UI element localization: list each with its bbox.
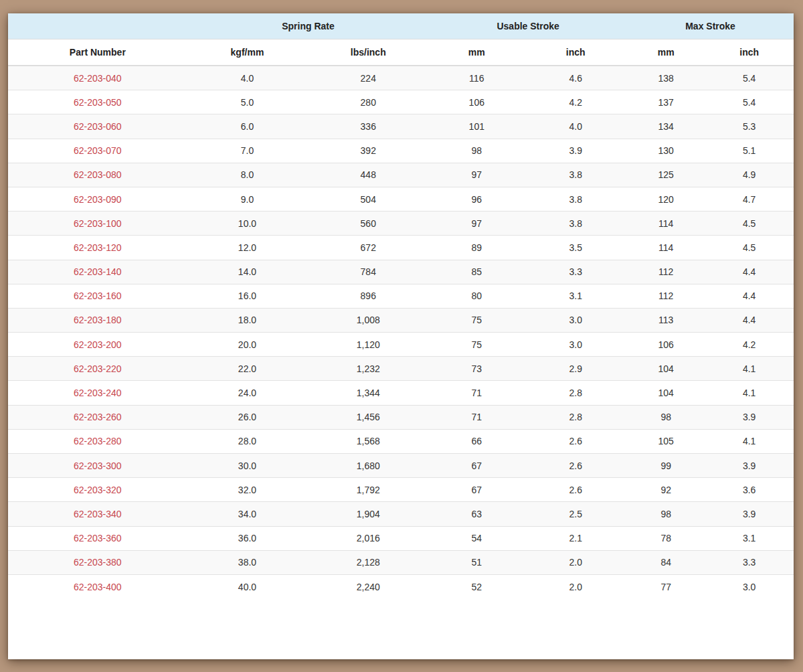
max-stroke-mm-cell: 104	[627, 381, 705, 405]
usable-stroke-mm-cell: 52	[429, 574, 524, 598]
part-number-cell: 62-203-070	[8, 139, 187, 163]
max-stroke-inch-cell: 3.9	[705, 502, 794, 526]
part-number-cell: 62-203-100	[8, 212, 187, 236]
usable-stroke-inch-cell: 3.9	[524, 139, 627, 163]
part-number-link[interactable]: 62-203-360	[74, 533, 122, 543]
part-number-link[interactable]: 62-203-200	[74, 339, 122, 350]
table-row: 62-203-24024.01,344712.81044.1	[8, 381, 794, 405]
usable-stroke-inch-cell: 3.5	[524, 236, 627, 260]
table-row: 62-203-22022.01,232732.91044.1	[8, 357, 794, 381]
part-number-link[interactable]: 62-203-240	[74, 388, 122, 398]
max-stroke-inch-cell: 5.4	[705, 66, 794, 90]
usable-stroke-mm-cell: 85	[429, 260, 524, 284]
part-number-link[interactable]: 62-203-340	[74, 509, 122, 519]
part-number-link[interactable]: 62-203-120	[74, 242, 122, 253]
usable-stroke-mm-cell: 71	[429, 405, 524, 429]
part-number-link[interactable]: 62-203-320	[74, 485, 122, 495]
part-number-link[interactable]: 62-203-380	[74, 557, 122, 568]
part-number-cell: 62-203-340	[8, 502, 187, 526]
part-number-link[interactable]: 62-203-400	[74, 582, 122, 592]
table-row: 62-203-38038.02,128512.0843.3	[8, 550, 794, 574]
part-number-link[interactable]: 62-203-060	[74, 121, 122, 132]
max-stroke-inch-cell: 4.5	[705, 236, 794, 260]
max-stroke-mm-cell: 106	[627, 333, 705, 357]
part-number-cell: 62-203-260	[8, 405, 187, 429]
spring-rate-lbs-cell: 1,120	[307, 333, 429, 357]
usable-stroke-mm-cell: 67	[429, 478, 524, 502]
part-number-cell: 62-203-360	[8, 526, 187, 550]
table-row: 62-203-0505.02801064.21375.4	[8, 90, 794, 114]
usable-stroke-mm-cell: 89	[429, 236, 524, 260]
max-stroke-inch-cell: 4.4	[705, 308, 794, 332]
group-header-empty	[8, 13, 187, 39]
spring-rate-kgf-cell: 14.0	[187, 260, 308, 284]
max-stroke-mm-cell: 114	[627, 212, 705, 236]
part-number-link[interactable]: 62-203-140	[74, 266, 122, 277]
usable-stroke-mm-cell: 51	[429, 550, 524, 574]
column-header-mm-5: mm	[627, 39, 705, 66]
part-number-link[interactable]: 62-203-050	[74, 97, 122, 108]
part-number-link[interactable]: 62-203-080	[74, 169, 122, 180]
part-number-link[interactable]: 62-203-280	[74, 436, 122, 446]
max-stroke-inch-cell: 4.1	[705, 357, 794, 381]
spring-rate-kgf-cell: 28.0	[187, 429, 308, 453]
usable-stroke-mm-cell: 75	[429, 308, 524, 332]
part-number-link[interactable]: 62-203-070	[74, 145, 122, 156]
usable-stroke-inch-cell: 4.0	[524, 114, 627, 139]
usable-stroke-inch-cell: 2.1	[524, 526, 627, 550]
part-number-link[interactable]: 62-203-260	[74, 412, 122, 422]
usable-stroke-mm-cell: 106	[429, 90, 524, 114]
max-stroke-mm-cell: 130	[627, 139, 705, 163]
spring-rate-kgf-cell: 34.0	[187, 502, 308, 526]
spring-rate-lbs-cell: 224	[307, 66, 429, 90]
table-row: 62-203-0808.0448973.81254.9	[8, 163, 794, 187]
usable-stroke-inch-cell: 3.1	[524, 284, 627, 308]
spring-rate-lbs-cell: 1,680	[307, 454, 429, 478]
max-stroke-mm-cell: 105	[627, 429, 705, 453]
part-number-link[interactable]: 62-203-040	[74, 73, 122, 84]
part-number-link[interactable]: 62-203-300	[74, 460, 122, 471]
part-number-link[interactable]: 62-203-090	[74, 194, 122, 205]
part-number-link[interactable]: 62-203-220	[74, 363, 122, 374]
part-number-cell: 62-203-140	[8, 260, 187, 284]
usable-stroke-inch-cell: 3.3	[524, 260, 627, 284]
usable-stroke-mm-cell: 66	[429, 429, 524, 453]
max-stroke-mm-cell: 84	[627, 550, 705, 574]
spring-rate-lbs-cell: 1,008	[307, 308, 429, 332]
usable-stroke-inch-cell: 2.6	[524, 478, 627, 502]
usable-stroke-mm-cell: 75	[429, 333, 524, 357]
table-body: 62-203-0404.02241164.61385.462-203-0505.…	[8, 66, 794, 598]
part-number-link[interactable]: 62-203-100	[74, 218, 122, 229]
max-stroke-inch-cell: 5.4	[705, 90, 794, 114]
part-number-link[interactable]: 62-203-160	[74, 290, 122, 301]
max-stroke-inch-cell: 3.3	[705, 550, 794, 574]
usable-stroke-inch-cell: 2.0	[524, 550, 627, 574]
part-number-cell: 62-203-050	[8, 90, 187, 114]
usable-stroke-inch-cell: 2.8	[524, 405, 627, 429]
max-stroke-mm-cell: 112	[627, 260, 705, 284]
max-stroke-mm-cell: 114	[627, 236, 705, 260]
spring-rate-kgf-cell: 18.0	[187, 308, 308, 332]
part-number-cell: 62-203-060	[8, 114, 187, 139]
spring-rate-lbs-cell: 1,904	[307, 502, 429, 526]
max-stroke-mm-cell: 98	[627, 502, 705, 526]
spring-rate-kgf-cell: 20.0	[187, 333, 308, 357]
max-stroke-mm-cell: 137	[627, 90, 705, 114]
part-number-cell: 62-203-180	[8, 308, 187, 332]
part-number-cell: 62-203-200	[8, 333, 187, 357]
spring-rate-kgf-cell: 16.0	[187, 284, 308, 308]
spring-rate-lbs-cell: 280	[307, 90, 429, 114]
max-stroke-inch-cell: 3.9	[705, 454, 794, 478]
part-number-link[interactable]: 62-203-180	[74, 315, 122, 325]
usable-stroke-mm-cell: 73	[429, 357, 524, 381]
max-stroke-mm-cell: 78	[627, 526, 705, 550]
part-number-cell: 62-203-300	[8, 454, 187, 478]
usable-stroke-inch-cell: 3.8	[524, 187, 627, 211]
usable-stroke-inch-cell: 2.8	[524, 381, 627, 405]
max-stroke-mm-cell: 77	[627, 574, 705, 598]
part-number-cell: 62-203-090	[8, 187, 187, 211]
column-header-mm-3: mm	[429, 39, 524, 66]
usable-stroke-inch-cell: 4.2	[524, 90, 627, 114]
table-row: 62-203-0909.0504963.81204.7	[8, 187, 794, 211]
max-stroke-mm-cell: 98	[627, 405, 705, 429]
